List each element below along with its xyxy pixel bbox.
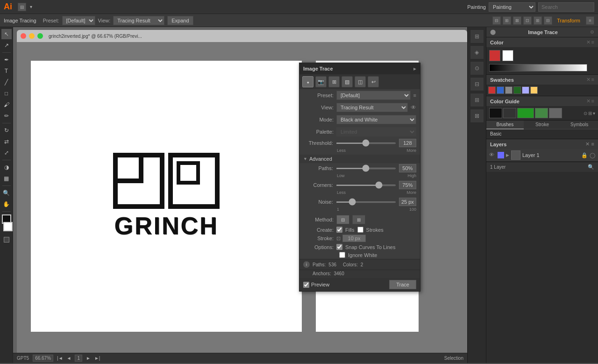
hand-tool[interactable]: ✋ [1, 199, 12, 209]
it-preview-checkbox[interactable] [303, 282, 309, 288]
layer-lock-icon[interactable]: 🔒 [581, 152, 588, 158]
fp-swatches-close-icon[interactable]: ✕ [586, 77, 591, 83]
cg-green[interactable] [517, 108, 534, 118]
it-paths-slider[interactable] [336, 168, 396, 169]
color-swatch-red[interactable] [489, 50, 500, 61]
window-minimize-button[interactable] [29, 33, 35, 39]
page-number[interactable]: 1 [75, 355, 82, 362]
rect-tool[interactable]: □ [1, 88, 12, 99]
fp-swatches-header[interactable]: Swatches ✕ ≡ [486, 75, 598, 85]
document-icon[interactable]: ▤ [18, 3, 26, 11]
it-advanced-header[interactable]: ▼ Advanced [299, 155, 420, 163]
rs-icon-3[interactable]: ⊙ [470, 61, 484, 75]
it-noise-slider[interactable] [336, 201, 396, 203]
it-snap-checkbox[interactable] [336, 244, 342, 250]
reflect-tool[interactable]: ⇄ [1, 136, 12, 147]
swatch-yellow[interactable] [530, 86, 538, 94]
type-tool[interactable]: T [1, 66, 12, 76]
layers-options-icon[interactable]: ≡ [591, 141, 594, 147]
color-swatch-white[interactable] [502, 50, 513, 61]
swatch-lightblue[interactable] [522, 86, 529, 94]
fp-close-icon[interactable]: ✕ [586, 39, 591, 45]
rs-icon-1[interactable]: ⊞ [470, 29, 484, 43]
it-view-select[interactable]: Tracing Result [336, 103, 408, 112]
fp-colorguide-header[interactable]: Color Guide ✕ ≡ [486, 96, 598, 106]
pencil-tool[interactable]: ✏ [1, 111, 12, 121]
preset-select[interactable]: [Default] [62, 16, 95, 25]
paintbrush-tool[interactable]: 🖌 [1, 100, 12, 110]
cg-tool3[interactable]: ▾ [593, 111, 595, 116]
blend-tool[interactable]: ◑ [1, 162, 12, 172]
transform-button[interactable]: Transform [555, 18, 582, 23]
gradient-tool[interactable]: ▦ [1, 173, 12, 184]
rs-icon-2[interactable]: ◈ [470, 45, 484, 59]
fp-swatches-options-icon[interactable]: ≡ [591, 77, 594, 83]
swatch-blue[interactable] [497, 86, 504, 94]
it-paths-value[interactable]: 50% [399, 164, 416, 172]
swatch-gray[interactable] [505, 86, 513, 94]
it-high-color[interactable]: 📷 [315, 76, 327, 87]
window-maximize-button[interactable] [37, 33, 43, 39]
scale-tool[interactable]: ⤢ [1, 148, 12, 158]
fp-cg-close-icon[interactable]: ✕ [586, 98, 591, 104]
stroke-color[interactable] [3, 222, 13, 231]
layers-search-icon[interactable]: 🔍 [588, 164, 594, 170]
it-trace-button[interactable]: Trace [389, 280, 416, 289]
nav-last-button[interactable]: ►| [94, 356, 100, 361]
layer-play-icon[interactable]: ▶ [506, 153, 509, 157]
nav-first-button[interactable]: |◄ [57, 356, 63, 361]
tab-stroke[interactable]: Stroke [524, 121, 561, 129]
it-outline[interactable]: ↩ [368, 76, 379, 87]
align-icon-1[interactable]: ⊟ [492, 16, 501, 25]
cg-midgreen[interactable] [535, 108, 548, 118]
it-method-btn1[interactable]: ⊟ [336, 215, 349, 224]
it-corners-slider[interactable] [336, 185, 396, 186]
rs-icon-6[interactable]: ⊠ [470, 109, 484, 123]
it-corners-value[interactable]: 75% [399, 181, 416, 189]
align-icon-5[interactable]: ⊞ [534, 16, 542, 25]
cg-tool2[interactable]: ⊞ [588, 111, 592, 116]
brush-basic[interactable]: Basic [486, 129, 598, 139]
it-stroke-value[interactable]: 10 px [342, 235, 366, 242]
nav-prev-button[interactable]: ◄ [67, 356, 71, 361]
fp-color-header[interactable]: Color ✕ ≡ [486, 37, 598, 47]
view-select[interactable]: Tracing Result [113, 16, 164, 25]
align-icon-2[interactable]: ⊞ [503, 16, 511, 25]
it-noise-value[interactable]: 25 px [399, 198, 416, 206]
selection-tool[interactable]: ↖ [1, 29, 12, 39]
pen-tool[interactable]: ✒ [1, 55, 12, 65]
align-icon-4[interactable]: ⊡ [523, 16, 532, 25]
swatch-green[interactable] [513, 86, 521, 94]
expand-button[interactable]: Expand [167, 16, 193, 25]
it-preset-select[interactable]: [Default] [336, 91, 411, 100]
fp-it-options[interactable]: ⚙ [590, 29, 594, 35]
search-input[interactable] [538, 2, 594, 12]
it-low-color[interactable]: ⊞ [328, 76, 340, 87]
it-panel-close[interactable]: ▸ [413, 65, 416, 72]
fp-options-icon[interactable]: ≡ [591, 39, 594, 45]
nav-next-button[interactable]: ► [86, 356, 91, 361]
layers-close-icon[interactable]: ✕ [585, 141, 590, 147]
cg-gray[interactable] [549, 108, 562, 118]
it-threshold-value[interactable]: 128 [399, 139, 416, 147]
cg-dark[interactable] [503, 108, 516, 118]
cg-black[interactable] [489, 108, 502, 118]
it-eye-icon[interactable]: 👁 [411, 104, 416, 111]
color-gradient-bar[interactable] [489, 64, 587, 71]
it-mode-select[interactable]: Black and White [336, 115, 416, 124]
it-auto-color[interactable]: ⬥ [302, 76, 313, 87]
window-close-button[interactable] [21, 33, 26, 39]
cg-tool1[interactable]: ⊙ [584, 111, 587, 116]
it-preset-menu[interactable]: ≡ [413, 93, 416, 98]
it-palette-select[interactable]: Limited [336, 127, 416, 136]
options-icon[interactable]: ≡ [586, 16, 594, 25]
it-fills-checkbox[interactable] [336, 227, 342, 233]
it-ignore-checkbox[interactable] [339, 252, 345, 258]
workspace-select[interactable]: Painting [489, 2, 535, 12]
it-preview-label[interactable]: Preview [303, 282, 329, 288]
rs-icon-4[interactable]: ⊟ [470, 77, 484, 91]
zoom-level[interactable]: 66.67% [33, 355, 53, 362]
layer-eye-icon[interactable]: 👁 [489, 152, 496, 158]
tab-brushes[interactable]: Brushes [486, 121, 524, 129]
it-method-btn2[interactable]: ⊞ [352, 215, 365, 224]
